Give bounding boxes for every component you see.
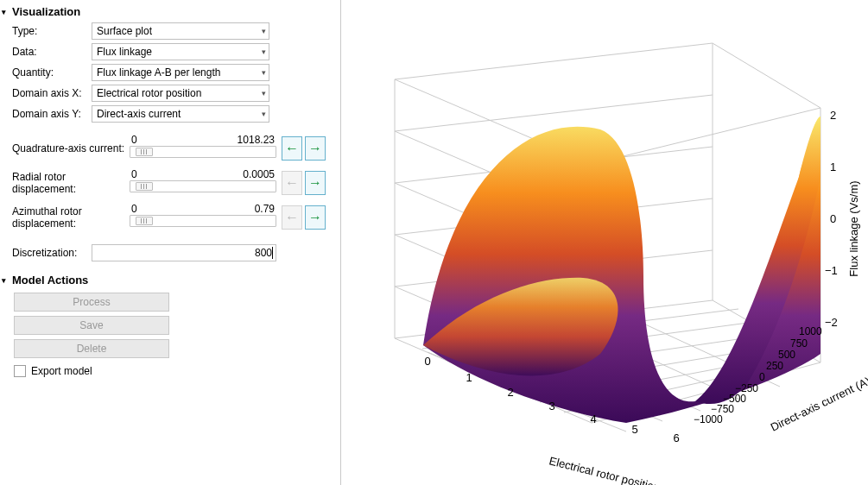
z-tick: −1 bbox=[825, 264, 838, 277]
domain-x-dropdown[interactable]: Electrical rotor position ▾ bbox=[92, 85, 269, 102]
slider-q-next-button[interactable]: → bbox=[305, 136, 326, 161]
slider-a[interactable] bbox=[130, 215, 276, 227]
x-tick: 3 bbox=[548, 400, 554, 413]
export-label: Export model bbox=[31, 365, 92, 377]
model-actions-title: Model Actions bbox=[12, 274, 88, 287]
domain-y-label: Domain axis Y: bbox=[12, 108, 92, 120]
slider-r-max: 0.0005 bbox=[243, 168, 275, 180]
x-tick: 4 bbox=[590, 413, 596, 425]
svg-line-2 bbox=[592, 108, 820, 164]
model-actions-header[interactable]: ▾ Model Actions bbox=[2, 272, 333, 288]
domain-x-value: Electrical rotor position bbox=[97, 87, 201, 99]
slider-q-label: Quadrature-axis current: bbox=[12, 142, 130, 154]
y-tick: −1000 bbox=[694, 413, 723, 425]
slider-r-label: Radial rotor displacement: bbox=[12, 171, 130, 195]
export-checkbox[interactable] bbox=[14, 365, 26, 377]
z-tick: 1 bbox=[830, 161, 836, 173]
data-dropdown[interactable]: Flux linkage ▾ bbox=[92, 43, 269, 60]
svg-line-1 bbox=[713, 43, 820, 108]
domain-y-value: Direct-axis current bbox=[97, 108, 181, 120]
collapse-icon: ▾ bbox=[2, 276, 10, 285]
slider-q-prev-button[interactable]: ← bbox=[282, 136, 302, 161]
collapse-icon: ▾ bbox=[2, 8, 10, 16]
quantity-dropdown[interactable]: Flux linkage A-B per length ▾ bbox=[92, 64, 269, 81]
x-tick: 6 bbox=[673, 431, 679, 444]
y-tick: 1000 bbox=[799, 325, 822, 337]
slider-thumb[interactable] bbox=[136, 148, 153, 156]
save-button[interactable]: Save bbox=[14, 316, 169, 335]
process-button[interactable]: Process bbox=[14, 293, 169, 312]
x-tick: 1 bbox=[466, 371, 472, 384]
x-axis-label: Electrical rotor position (rad) bbox=[548, 454, 687, 485]
surface-plot: 2 1 0 −1 −2 0 1 2 3 4 5 6 1000 750 500 bbox=[341, 0, 868, 485]
slider-a-label: Azimuthal rotor displacement: bbox=[12, 205, 130, 230]
discretization-value: 800 bbox=[255, 247, 272, 259]
slider-thumb[interactable] bbox=[136, 182, 153, 191]
delete-button[interactable]: Delete bbox=[14, 339, 169, 358]
type-value: Surface plot bbox=[97, 25, 152, 37]
visualization-header[interactable]: ▾ Visualization bbox=[2, 3, 333, 20]
slider-a-next-button[interactable]: → bbox=[305, 205, 326, 230]
slider-r[interactable] bbox=[130, 180, 276, 192]
domain-x-label: Domain axis X: bbox=[12, 87, 92, 99]
slider-r-prev-button: ← bbox=[282, 171, 302, 195]
discretization-input[interactable]: 800 bbox=[92, 244, 276, 261]
x-tick: 2 bbox=[507, 386, 513, 399]
slider-q-min: 0 bbox=[131, 134, 137, 146]
z-axis-label: Flux linkage (Vs/m) bbox=[847, 180, 860, 276]
y-tick: 750 bbox=[790, 337, 808, 350]
slider-a-max: 0.79 bbox=[255, 203, 275, 215]
y-tick: 250 bbox=[766, 360, 783, 372]
chevron-down-icon: ▾ bbox=[262, 27, 266, 35]
svg-line-3 bbox=[395, 95, 713, 131]
slider-a-prev-button: ← bbox=[282, 205, 302, 230]
quantity-label: Quantity: bbox=[12, 66, 92, 79]
x-tick: 5 bbox=[631, 423, 637, 436]
y-tick: 500 bbox=[778, 349, 795, 361]
y-tick: 0 bbox=[759, 371, 765, 383]
left-panel: ▾ Visualization Type: Surface plot ▾ Dat… bbox=[0, 0, 341, 485]
z-tick: −2 bbox=[825, 316, 838, 329]
chevron-down-icon: ▾ bbox=[262, 47, 266, 56]
chevron-down-icon: ▾ bbox=[262, 89, 266, 98]
domain-y-dropdown[interactable]: Direct-axis current ▾ bbox=[92, 105, 269, 123]
slider-a-min: 0 bbox=[131, 203, 137, 215]
discretization-label: Discretization: bbox=[12, 247, 92, 259]
z-tick: 0 bbox=[830, 212, 836, 225]
z-tick: 2 bbox=[830, 109, 836, 122]
slider-q[interactable] bbox=[130, 146, 276, 158]
data-label: Data: bbox=[12, 46, 92, 58]
y-axis-label: Direct-axis current (A) bbox=[769, 375, 868, 434]
chevron-down-icon: ▾ bbox=[262, 68, 266, 77]
x-tick: 0 bbox=[424, 355, 430, 368]
plot-panel: 2 1 0 −1 −2 0 1 2 3 4 5 6 1000 750 500 bbox=[341, 0, 868, 485]
quantity-value: Flux linkage A-B per length bbox=[97, 66, 220, 79]
visualization-title: Visualization bbox=[12, 5, 80, 18]
slider-q-max: 1018.23 bbox=[238, 134, 275, 146]
data-value: Flux linkage bbox=[97, 46, 152, 58]
type-dropdown[interactable]: Surface plot ▾ bbox=[92, 22, 269, 40]
type-label: Type: bbox=[12, 25, 92, 37]
slider-thumb[interactable] bbox=[136, 217, 153, 225]
slider-r-min: 0 bbox=[131, 168, 137, 180]
chevron-down-icon: ▾ bbox=[262, 110, 266, 118]
text-caret bbox=[272, 247, 273, 259]
slider-r-next-button[interactable]: → bbox=[305, 171, 326, 195]
